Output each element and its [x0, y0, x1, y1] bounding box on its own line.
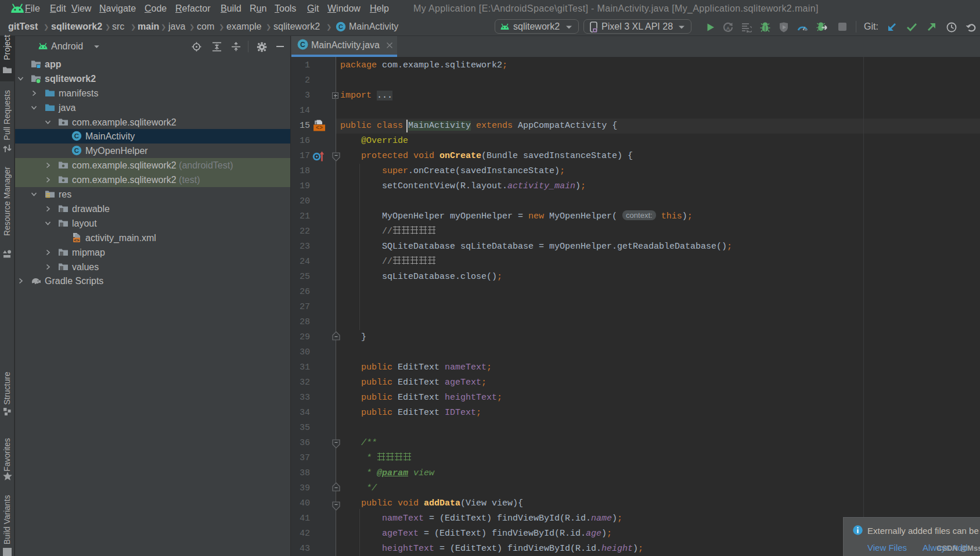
- svg-text:C: C: [338, 23, 343, 30]
- svg-text:C: C: [74, 147, 79, 154]
- svg-text:<>: <>: [74, 238, 80, 243]
- svg-text:A: A: [726, 26, 730, 31]
- svg-text:C: C: [74, 132, 79, 139]
- svg-text:<>: <>: [316, 125, 323, 131]
- svg-text:C: C: [300, 41, 305, 49]
